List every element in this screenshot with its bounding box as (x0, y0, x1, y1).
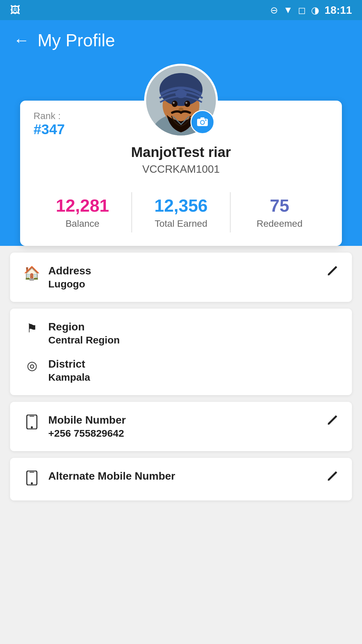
page-title: My Profile (38, 30, 115, 50)
balance-stat: 12,281 Balance (34, 192, 131, 232)
district-label: District (48, 358, 339, 370)
address-label: Address (48, 265, 326, 277)
address-content: Address Lugogo (48, 265, 326, 290)
status-icon-image: 🖼 (10, 4, 20, 16)
pencil-icon-mobile (326, 414, 339, 426)
header-top: ← My Profile (13, 30, 349, 50)
region-content: Region Central Region (48, 321, 339, 346)
district-content: District Kampala (48, 358, 339, 383)
svg-point-10 (185, 102, 187, 104)
district-row: ◎ District Kampala (23, 358, 339, 383)
mobile-label: Mobile Number (48, 414, 326, 426)
location-icon: ◎ (23, 359, 40, 373)
redeemed-value: 75 (270, 196, 289, 216)
svg-point-16 (205, 119, 206, 121)
camera-button[interactable] (190, 110, 215, 134)
mobile-content: Mobile Number +256 755829642 (48, 414, 326, 439)
home-icon: 🏠 (23, 265, 40, 281)
header-wrapper: ← My Profile (0, 20, 362, 246)
wifi-icon: ▼ (283, 5, 293, 15)
alt-mobile-label: Alternate Mobile Number (48, 470, 326, 482)
svg-point-9 (173, 102, 175, 104)
address-row: 🏠 Address Lugogo (23, 265, 339, 290)
stats-row: 12,281 Balance 12,356 Total Earned 75 Re… (34, 192, 328, 232)
mobile-icon (23, 415, 40, 432)
alt-mobile-icon (23, 471, 40, 488)
region-row: ⚑ Region Central Region (23, 321, 339, 346)
redeemed-label: Redeemed (257, 218, 303, 229)
balance-value: 12,281 (56, 196, 109, 216)
sim-icon: ◻ (298, 5, 306, 16)
status-bar: 🖼 ⊖ ▼ ◻ ◑ 18:11 (0, 0, 362, 20)
pencil-icon (326, 265, 339, 277)
header: ← My Profile (0, 20, 362, 101)
svg-rect-15 (200, 117, 204, 119)
svg-point-18 (31, 426, 33, 428)
svg-point-6 (175, 89, 187, 98)
region-value: Central Region (48, 334, 339, 346)
rank-value: #347 (34, 121, 65, 138)
svg-point-21 (31, 482, 33, 484)
mobile-value: +256 755829642 (48, 428, 326, 439)
rank-label: Rank : (34, 111, 65, 121)
redeemed-stat: 75 Redeemed (231, 192, 328, 232)
earned-stat: 12,356 Total Earned (132, 192, 230, 232)
address-edit-button[interactable] (326, 265, 339, 277)
svg-point-14 (201, 121, 204, 124)
region-label: Region (48, 321, 339, 333)
earned-label: Total Earned (155, 218, 207, 229)
battery-icon: ◑ (311, 5, 319, 16)
avatar-container (144, 64, 218, 138)
svg-rect-19 (29, 416, 34, 417)
balance-label: Balance (65, 218, 99, 229)
user-name: ManjotTest riar (131, 144, 231, 160)
signal-minus-icon: ⊖ (270, 5, 278, 16)
alt-mobile-content: Alternate Mobile Number (48, 470, 326, 484)
mobile-section: Mobile Number +256 755829642 (10, 402, 352, 451)
earned-value: 12,356 (154, 196, 207, 216)
mobile-row: Mobile Number +256 755829642 (23, 414, 339, 439)
flag-icon: ⚑ (23, 321, 40, 335)
rank-section: Rank : #347 (34, 111, 65, 138)
camera-icon (196, 116, 208, 128)
mobile-edit-button[interactable] (326, 414, 339, 426)
alt-phone-icon (25, 471, 38, 485)
svg-rect-22 (29, 472, 34, 473)
alt-mobile-edit-button[interactable] (326, 470, 339, 482)
pencil-icon-alt-mobile (326, 470, 339, 482)
back-button[interactable]: ← (13, 32, 29, 48)
status-time: 18:11 (324, 4, 352, 16)
address-value: Lugogo (48, 278, 326, 290)
address-section: 🏠 Address Lugogo (10, 253, 352, 302)
svg-point-7 (172, 101, 178, 107)
alt-mobile-row: Alternate Mobile Number (23, 470, 339, 488)
svg-point-8 (184, 101, 190, 107)
region-district-section: ⚑ Region Central Region ◎ District Kampa… (10, 309, 352, 395)
alt-mobile-section: Alternate Mobile Number (10, 458, 352, 500)
phone-icon (25, 415, 38, 429)
user-code: VCCRKAM1001 (142, 163, 220, 175)
district-value: Kampala (48, 372, 339, 383)
